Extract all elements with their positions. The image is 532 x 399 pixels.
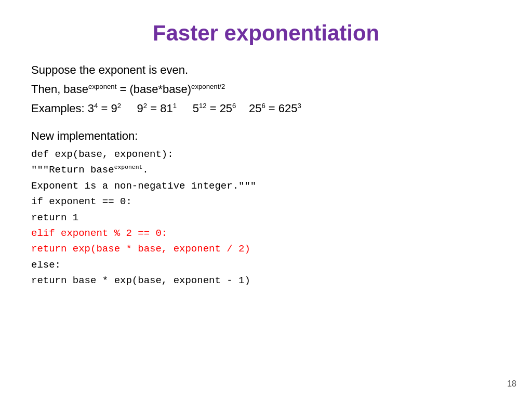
slide-title: Faster exponentiation (31, 16, 501, 46)
text-suppose: Suppose the exponent is even. (31, 63, 188, 76)
code-line-7: return exp(base * base, exponent / 2) (31, 241, 501, 257)
new-impl-label: New implementation: (31, 127, 501, 144)
code-text-8: else: (31, 259, 61, 271)
code-text-3: Exponent is a non-negative integer.""" (31, 180, 256, 192)
exponent-sup-2: exponent/2 (191, 83, 225, 90)
slide: Faster exponentiation Suppose the expone… (0, 0, 532, 399)
code-line-5: return 1 (31, 210, 501, 225)
code-line-1: def exp(base, exponent): (31, 147, 501, 162)
code-block: def exp(base, exponent): """Return basee… (31, 147, 501, 289)
text-then-prefix: Then, baseexponent = (base*base)exponent… (31, 83, 225, 96)
code-text-9: return base * exp(base, exponent - 1) (31, 275, 250, 286)
code-text-6: elif exponent % 2 == 0: (31, 228, 167, 239)
code-line-6: elif exponent % 2 == 0: (31, 225, 501, 241)
code-line-9: return base * exp(base, exponent - 1) (31, 273, 501, 288)
code-text-1: def exp(base, exponent): (31, 149, 174, 160)
paragraph-line-2: Then, baseexponent = (base*base)exponent… (31, 81, 501, 98)
code-text-7: return exp(base * base, exponent / 2) (31, 243, 250, 255)
code-line-8: else: (31, 257, 501, 273)
text-new-impl: New implementation: (31, 129, 138, 142)
code-text-2: """Return baseexponent. (31, 164, 149, 176)
paragraph-line-3: Examples: 34 = 92 92 = 811 512 = 256 256… (31, 100, 501, 117)
exponent-sup-1: exponent (88, 83, 116, 90)
code-text-5: return 1 (31, 212, 78, 223)
page-number: 18 (507, 379, 516, 389)
code-line-2: """Return baseexponent. (31, 162, 501, 178)
code-sup-exponent: exponent (114, 164, 143, 170)
code-text-4: if exponent == 0: (31, 196, 132, 207)
paragraph-line-1: Suppose the exponent is even. (31, 61, 501, 78)
code-line-4: if exponent == 0: (31, 194, 501, 209)
code-line-3: Exponent is a non-negative integer.""" (31, 178, 501, 194)
text-examples: Examples: 34 = 92 92 = 811 512 = 256 256… (31, 102, 301, 115)
slide-content: Suppose the exponent is even. Then, base… (31, 61, 501, 289)
